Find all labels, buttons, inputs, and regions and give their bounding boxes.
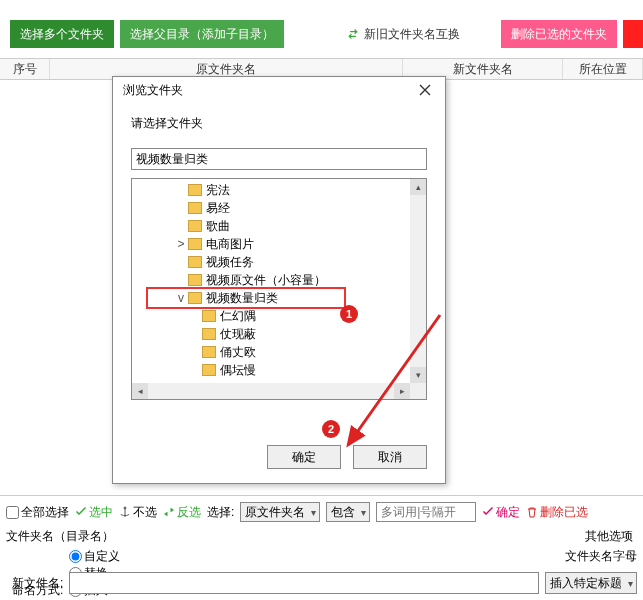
select-all-checkbox[interactable]: 全部选择 bbox=[6, 504, 69, 521]
tree-item-label: 视频原文件（小容量） bbox=[206, 272, 326, 289]
select-parent-dir-button[interactable]: 选择父目录（添加子目录） bbox=[120, 20, 284, 48]
folder-icon bbox=[202, 328, 216, 340]
tree-vscrollbar[interactable]: ▴ ▾ bbox=[410, 179, 426, 383]
tree-item-label: 仗现蔽 bbox=[220, 326, 256, 343]
tree-item-label: 偶坛慢 bbox=[220, 362, 256, 379]
delete-selected-rows-button[interactable]: 删除已选 bbox=[526, 504, 588, 521]
swap-names-label: 新旧文件夹名互换 bbox=[364, 26, 460, 43]
delete-selected-button[interactable]: 删除已选的文件夹 bbox=[501, 20, 617, 48]
tree-item[interactable]: 仗现蔽 bbox=[132, 325, 426, 343]
tree-item-label: 宪法 bbox=[206, 182, 230, 199]
swap-icon bbox=[346, 27, 360, 41]
folder-icon bbox=[202, 310, 216, 322]
swap-small-icon bbox=[163, 506, 175, 518]
tree-item-label: 视频任务 bbox=[206, 254, 254, 271]
new-name-row: 新文件名: 插入特定标题 bbox=[6, 572, 637, 594]
tree-item-label: 电商图片 bbox=[206, 236, 254, 253]
folder-icon bbox=[188, 202, 202, 214]
trash-icon bbox=[526, 506, 538, 518]
tree-item[interactable]: 歌曲 bbox=[132, 217, 426, 235]
tree-item-label: 歌曲 bbox=[206, 218, 230, 235]
tree-item[interactable]: 俑丈欧 bbox=[132, 343, 426, 361]
folder-icon bbox=[188, 274, 202, 286]
check-icon bbox=[482, 506, 494, 518]
dialog-cancel-button[interactable]: 取消 bbox=[353, 445, 427, 469]
dialog-ok-button[interactable]: 确定 bbox=[267, 445, 341, 469]
check-icon bbox=[75, 506, 87, 518]
extra-red-button[interactable] bbox=[623, 20, 643, 48]
select-on-button[interactable]: 选中 bbox=[75, 504, 113, 521]
keywords-input[interactable] bbox=[376, 502, 476, 522]
select-label: 选择: bbox=[207, 504, 234, 521]
swap-names-button[interactable]: 新旧文件夹名互换 bbox=[336, 20, 470, 48]
dialog-prompt: 请选择文件夹 bbox=[131, 115, 427, 132]
folder-icon bbox=[188, 220, 202, 232]
other-options-label: 其他选项 bbox=[585, 528, 633, 545]
tree-item-label: 仁幻隅 bbox=[220, 308, 256, 325]
dialog-title: 浏览文件夹 bbox=[123, 82, 183, 99]
annotation-2: 2 bbox=[322, 420, 340, 438]
tree-item-label: 俑丈欧 bbox=[220, 344, 256, 361]
tree-item[interactable]: 偶坛慢 bbox=[132, 361, 426, 379]
browse-folder-dialog: 浏览文件夹 请选择文件夹 宪法易经歌曲>电商图片视频任务视频原文件（小容量）v视… bbox=[112, 76, 446, 484]
selection-toolbar: 全部选择 选中 不选 反选 选择: 原文件夹名 包含 确定 删除已选 bbox=[6, 502, 637, 522]
folder-path-input[interactable] bbox=[131, 148, 427, 170]
select-field-dropdown[interactable]: 原文件夹名 bbox=[240, 502, 320, 522]
tree-item[interactable]: 仁幻隅 bbox=[132, 307, 426, 325]
folder-icon bbox=[188, 238, 202, 250]
panel-title: 文件夹名（目录名） bbox=[6, 528, 114, 545]
annotation-1: 1 bbox=[340, 305, 358, 323]
tree-hscrollbar[interactable]: ◂ ▸ bbox=[132, 383, 426, 399]
close-icon bbox=[419, 84, 431, 96]
folder-icon bbox=[202, 346, 216, 358]
scroll-down-button[interactable]: ▾ bbox=[410, 367, 426, 383]
col-loc: 所在位置 bbox=[563, 59, 643, 79]
new-name-input[interactable] bbox=[69, 572, 539, 594]
scroll-left-button[interactable]: ◂ bbox=[132, 383, 148, 399]
naming-option-0[interactable]: 自定义 bbox=[69, 548, 120, 565]
folder-name-hint: 文件夹名字母 bbox=[565, 548, 637, 565]
folder-icon bbox=[188, 184, 202, 196]
anchor-icon bbox=[119, 506, 131, 518]
tree-item-label: 易经 bbox=[206, 200, 230, 217]
select-multi-folders-button[interactable]: 选择多个文件夹 bbox=[10, 20, 114, 48]
insert-title-dropdown[interactable]: 插入特定标题 bbox=[545, 572, 637, 594]
tree-item[interactable]: >电商图片 bbox=[132, 235, 426, 253]
col-seq: 序号 bbox=[0, 59, 50, 79]
tree-item[interactable]: 易经 bbox=[132, 199, 426, 217]
new-name-label: 新文件名: bbox=[12, 575, 63, 592]
confirm-filter-button[interactable]: 确定 bbox=[482, 504, 520, 521]
scroll-right-button[interactable]: ▸ bbox=[394, 383, 410, 399]
invert-selection-button[interactable]: 反选 bbox=[163, 504, 201, 521]
tree-item[interactable]: 视频任务 bbox=[132, 253, 426, 271]
dialog-close-button[interactable] bbox=[411, 79, 439, 101]
contains-dropdown[interactable]: 包含 bbox=[326, 502, 370, 522]
scroll-up-button[interactable]: ▴ bbox=[410, 179, 426, 195]
folder-icon bbox=[188, 256, 202, 268]
select-off-button[interactable]: 不选 bbox=[119, 504, 157, 521]
folder-tree[interactable]: 宪法易经歌曲>电商图片视频任务视频原文件（小容量）v视频数量归类仁幻隅仗现蔽俑丈… bbox=[131, 178, 427, 400]
folder-icon bbox=[202, 364, 216, 376]
tree-twisty-icon: > bbox=[174, 237, 188, 251]
tree-item[interactable]: 宪法 bbox=[132, 181, 426, 199]
